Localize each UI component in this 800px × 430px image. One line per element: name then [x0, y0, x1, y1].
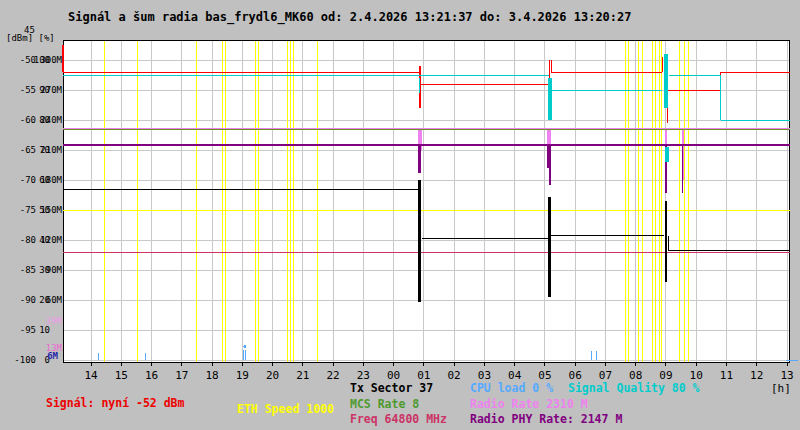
y-axis-tick-label: -55	[20, 85, 36, 95]
x-axis-tick-label: 12	[744, 369, 770, 382]
y-axis-tick-label: 60M	[46, 295, 62, 305]
y-axis-row: -7060180M	[0, 175, 62, 185]
x-axis-tick-label: 15	[108, 369, 134, 382]
legend-tx-sector: Tx Sector 37	[350, 381, 433, 395]
y-axis-tick-label: 240M	[40, 115, 62, 125]
y-axis-tick-label: -75	[20, 205, 36, 215]
y-axis-tick-label: 210M	[40, 145, 62, 155]
legend-eth-speed: ETH Speed 1000	[237, 402, 334, 416]
y-axis-row: -853090M	[0, 265, 62, 275]
y-axis-row: -8040120M	[0, 235, 62, 245]
y-axis-tick-label: -85	[20, 265, 36, 275]
x-axis-tick-label: 21	[290, 369, 316, 382]
legend-signal-quality: Signal Quality 80 %	[568, 381, 700, 395]
y-axis-row: -902060M	[0, 295, 62, 305]
x-axis-tick-label: 11	[713, 369, 739, 382]
x-axis-tick-label: 22	[320, 369, 346, 382]
legend-signal: Signál: nyní -52 dBm	[46, 396, 184, 410]
x-axis-tick-label: 16	[139, 369, 165, 382]
y-axis-tick-label: 180M	[40, 175, 62, 185]
chart-canvas	[0, 0, 800, 430]
y-axis-tick-label: 300M	[40, 55, 62, 65]
x-axis-tick-label: 19	[229, 369, 255, 382]
legend-radio-rate: Radio Rate 2310 M	[470, 397, 588, 411]
y-axis-tick-label: 10	[39, 325, 50, 335]
legend-radio-phy-rate: Radio PHY Rate: 2147 M	[470, 412, 622, 426]
x-axis-tick-label: 14	[78, 369, 104, 382]
radio-signal-graph-page: Signál a šum radia bas_frydl6_MK60 od: 2…	[0, 0, 800, 430]
y-axis-tick-label: -90	[20, 295, 36, 305]
y-axis-row: -6080240M	[0, 115, 62, 125]
x-axis-tick-label: 17	[169, 369, 195, 382]
y-axis-row: -7550150M	[0, 205, 62, 215]
y-axis-row: -9510	[0, 325, 62, 335]
y-axis-tick-label: 120M	[40, 235, 62, 245]
page-title: Signál a šum radia bas_frydl6_MK60 od: 2…	[68, 10, 632, 24]
y-axis-units: [dBm] [%]	[6, 33, 55, 43]
series-cpu-load-dot	[243, 345, 246, 348]
x-axis-tick-label: 02	[441, 369, 467, 382]
y-axis-tick-label: -95	[20, 325, 36, 335]
y-axis-row: -6570210M	[0, 145, 62, 155]
x-axis-tick-label: 20	[260, 369, 286, 382]
y-axis-tick-label: -65	[20, 145, 36, 155]
legend-mcs-rate: MCS Rate 8	[350, 397, 419, 411]
x-axis-unit-label: [h]	[771, 382, 791, 395]
y-axis-tick-label: 270M	[40, 85, 62, 95]
y-axis-tick-label: 150M	[40, 205, 62, 215]
legend-freq: Freq 64800 MHz	[350, 412, 447, 426]
x-axis-tick-label: 18	[199, 369, 225, 382]
legend-cpu-load: CPU load 0 %	[470, 381, 553, 395]
y-axis-row: -50100300M	[0, 55, 62, 65]
y-axis-tick-label: -60	[20, 115, 36, 125]
y-axis-row: -5590270M	[0, 85, 62, 95]
y-axis-tick-label: 90M	[46, 265, 62, 275]
y-axis-extra-label: 6M	[0, 351, 58, 361]
y-axis-tick-label: -70	[20, 175, 36, 185]
x-axis-tick-label: 13	[774, 369, 800, 382]
y-axis-extra-label: 39M	[0, 316, 62, 326]
y-axis-tick-label: -80	[20, 235, 36, 245]
